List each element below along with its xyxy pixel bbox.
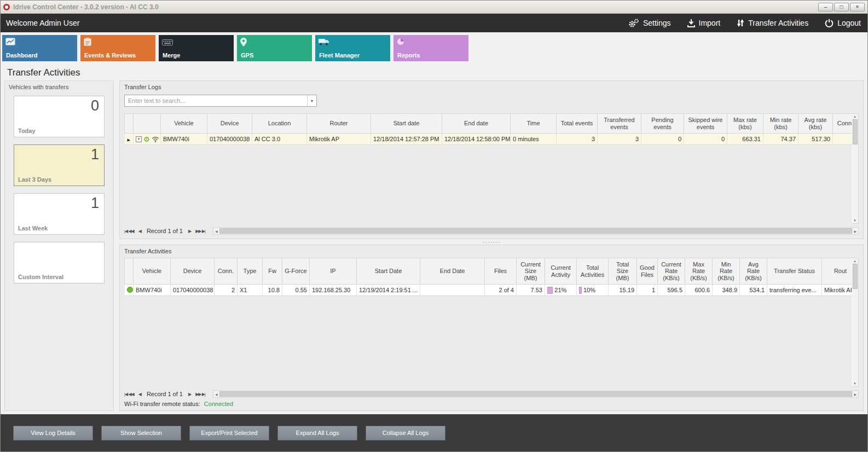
table-cell[interactable]: 74.37 <box>763 134 798 145</box>
filter-card-today[interactable]: 0 Today <box>14 96 105 137</box>
column-header[interactable]: Avg Rate (KB/s) <box>740 258 767 285</box>
first-record-button[interactable]: |◀ ◀◀ <box>124 229 134 234</box>
column-header[interactable]: Transferred events <box>598 114 641 134</box>
scrollbar-thumb[interactable] <box>219 228 853 234</box>
table-cell[interactable]: Al CC 3.0 <box>252 134 307 145</box>
column-header[interactable]: Conn. <box>215 258 238 285</box>
first-record-button[interactable]: |◀ ◀◀ <box>124 392 134 397</box>
column-header[interactable]: IP <box>310 258 357 285</box>
export-print-selected-button[interactable]: Export/Print Selected <box>189 426 269 441</box>
table-cell[interactable]: 2 <box>215 285 238 296</box>
maximize-button[interactable]: □ <box>834 3 849 11</box>
filter-card-custom-interval[interactable]: Custom Interval <box>14 242 105 283</box>
filter-card-last-3-days[interactable]: 1 Last 3 Days <box>14 144 105 186</box>
combo-dropdown-icon[interactable]: ▼ <box>307 95 316 106</box>
column-header[interactable]: Total Size (MB) <box>609 258 637 285</box>
column-header[interactable]: Router <box>307 114 371 134</box>
column-header[interactable]: Skipped wire events <box>684 114 727 134</box>
search-input[interactable] <box>125 95 307 106</box>
expand-all-logs-button[interactable]: Expand All Logs <box>277 426 357 441</box>
column-header[interactable]: Files <box>485 258 517 285</box>
table-row[interactable]: ▶+⚙BMW740i017040000038Al CC 3.0Mikrotik … <box>125 134 852 145</box>
scroll-left-icon[interactable]: ◀ <box>213 392 219 396</box>
column-header[interactable]: Time <box>511 114 557 134</box>
column-header[interactable]: Current Rate (KB/s) <box>658 258 685 285</box>
table-cell[interactable]: 1 <box>833 134 852 145</box>
table-cell[interactable]: X1 <box>238 285 263 296</box>
column-header[interactable] <box>125 258 134 285</box>
scrollbar-thumb[interactable] <box>853 264 858 289</box>
close-button[interactable]: × <box>850 3 865 11</box>
tile-events-reviews[interactable]: Events & Reviews <box>80 35 155 61</box>
table-cell[interactable]: +⚙ <box>134 134 161 145</box>
logs-horizontal-scrollbar[interactable]: ◀ ▶ <box>213 227 859 235</box>
collapse-all-logs-button[interactable]: Collapse All Logs <box>366 426 445 441</box>
table-cell[interactable]: Mikrotik AP <box>307 134 371 145</box>
scroll-right-icon[interactable]: ▶ <box>852 392 858 396</box>
view-log-details-button[interactable]: View Log Details <box>13 426 93 441</box>
tile-gps[interactable]: GPS <box>237 35 312 61</box>
column-header[interactable]: Start Date <box>357 258 420 285</box>
activities-horizontal-scrollbar[interactable]: ◀ ▶ <box>213 390 859 398</box>
tile-merge[interactable]: Merge <box>159 35 234 61</box>
expand-row-icon[interactable]: + <box>136 136 142 142</box>
settings-button[interactable]: Settings <box>628 19 671 28</box>
import-button[interactable]: Import <box>687 19 721 27</box>
scroll-up-icon[interactable]: ▲ <box>853 258 857 264</box>
column-header[interactable]: Location <box>252 114 307 134</box>
column-header[interactable]: End Date <box>420 258 485 285</box>
column-header[interactable]: Avg rate (kbs) <box>798 114 833 134</box>
table-cell[interactable]: 017040000038 <box>207 134 252 145</box>
column-header[interactable]: Min Rate (KB/s) <box>713 258 740 285</box>
table-cell[interactable]: 15.19 <box>609 285 637 296</box>
prev-record-button[interactable]: ◀ <box>138 392 141 397</box>
table-cell[interactable]: 10.8 <box>263 285 282 296</box>
column-header[interactable]: Max Rate (KB/s) <box>685 258 713 285</box>
window-titlebar[interactable]: Idrive Control Center - 3.0.2 version - … <box>1 1 867 14</box>
table-cell[interactable]: 7.53 <box>517 285 545 296</box>
table-cell[interactable]: 12/18/2014 12:58:00 PM <box>442 134 511 145</box>
table-cell[interactable]: BMW740i <box>134 285 171 296</box>
tile-dashboard[interactable]: Dashboard <box>2 35 77 61</box>
column-header[interactable]: Rout <box>822 258 852 285</box>
table-cell[interactable]: 348.9 <box>713 285 740 296</box>
activities-vertical-scrollbar[interactable]: ▲ ▼ <box>852 258 859 387</box>
column-header[interactable]: G-Force <box>282 258 310 285</box>
column-header[interactable]: Min rate (kbs) <box>763 114 798 134</box>
column-header[interactable]: Device <box>207 114 252 134</box>
table-cell[interactable]: 0 <box>641 134 684 145</box>
column-header[interactable] <box>125 114 134 134</box>
column-header[interactable]: End date <box>442 114 511 134</box>
column-header[interactable]: Total Activities <box>577 258 609 285</box>
prev-record-button[interactable]: ◀ <box>138 229 141 234</box>
column-header[interactable]: Conn. <box>833 114 852 134</box>
column-header[interactable]: Pending events <box>641 114 684 134</box>
table-cell[interactable]: 3 <box>557 134 598 145</box>
table-cell[interactable]: 3 <box>598 134 641 145</box>
column-header[interactable]: Start date <box>371 114 442 134</box>
column-header[interactable]: Max rate (kbs) <box>727 114 763 134</box>
scroll-down-icon[interactable]: ▼ <box>853 218 857 223</box>
table-cell[interactable]: 596.5 <box>658 285 685 296</box>
filter-card-last-week[interactable]: 1 Last Week <box>14 193 105 235</box>
column-header[interactable]: Current Size (MB) <box>517 258 545 285</box>
scroll-down-icon[interactable]: ▼ <box>853 381 857 386</box>
scroll-left-icon[interactable]: ◀ <box>213 229 219 233</box>
table-cell[interactable]: 12/18/2014 12:57:28 PM <box>371 134 442 145</box>
next-record-button[interactable]: ▶ <box>188 229 191 234</box>
column-header[interactable]: Fw <box>263 258 282 285</box>
transfer-activities-button[interactable]: Transfer Activities <box>737 19 808 27</box>
last-record-button[interactable]: ▶▶ ▶| <box>195 229 205 234</box>
scroll-right-icon[interactable]: ▶ <box>852 229 858 233</box>
table-cell[interactable]: 600.6 <box>685 285 713 296</box>
column-header[interactable]: Vehicle <box>134 258 171 285</box>
column-header[interactable]: Current Activity <box>545 258 577 285</box>
table-row[interactable]: BMW740i0170400000382X110.80.55192.168.25… <box>125 285 852 296</box>
table-cell[interactable]: 534.1 <box>740 285 767 296</box>
column-header[interactable]: Vehicle <box>161 114 207 134</box>
table-cell[interactable]: 2 of 4 <box>485 285 517 296</box>
column-header[interactable]: Good Files <box>637 258 658 285</box>
table-cell[interactable] <box>125 285 134 296</box>
table-cell[interactable]: 517.30 <box>798 134 833 145</box>
table-cell[interactable]: 12/19/2014 2:19:51 ... <box>357 285 420 296</box>
